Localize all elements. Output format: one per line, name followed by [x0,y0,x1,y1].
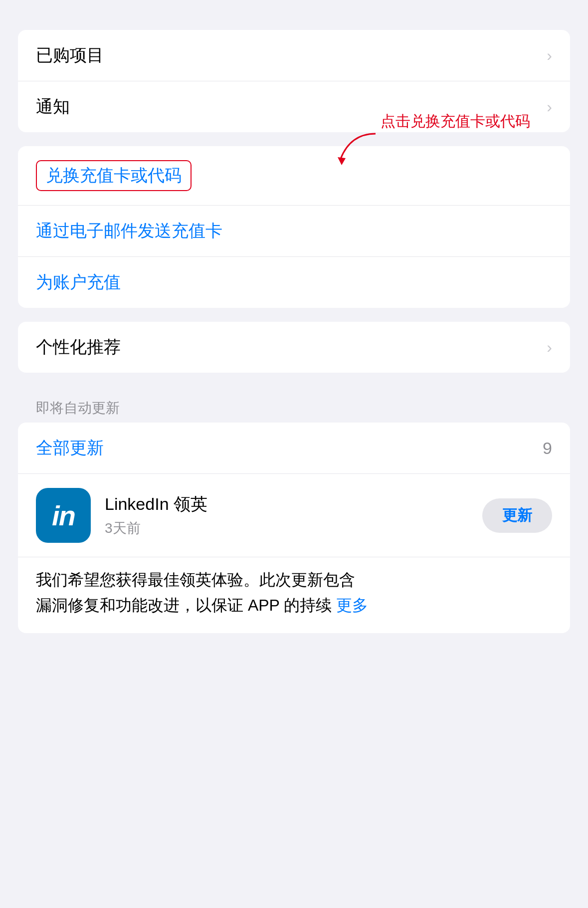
notifications-label: 通知 [36,95,70,118]
redeem-label: 兑换充值卡或代码 [46,166,182,185]
annotation-arrow-icon [331,131,386,166]
linkedin-description-truncate [332,596,336,614]
auto-update-label: 即将自动更新 [18,387,570,423]
updates-count: 9 [543,439,552,458]
linkedin-description: 我们希望您获得最佳领英体验。此次更新包含 漏洞修复和功能改进，以保证 APP 的… [18,557,570,633]
annotation-text: 点击兑换充值卡或代码 [381,113,530,129]
linkedin-update-button[interactable]: 更新 [482,498,552,533]
linkedin-description-line1: 我们希望您获得最佳领英体验。此次更新包含 [36,571,355,589]
update-all-label: 全部更新 [36,437,104,459]
personalization-chevron: › [547,338,552,357]
personalization-item[interactable]: 个性化推荐 › [18,322,570,373]
linkedin-app-time: 3天前 [105,519,468,538]
purchases-item[interactable]: 已购项目 › [18,30,570,81]
linkedin-app-name: LinkedIn 领英 [105,493,468,516]
linkedin-description-line2: 漏洞修复和功能改进，以保证 APP 的持续 [36,596,332,614]
purchases-chevron: › [547,46,552,65]
update-all-item[interactable]: 全部更新 9 [18,423,570,474]
annotation-wrapper: 点击兑换充值卡或代码 兑换充值卡或代码 通过电子邮件发送充值卡 为账户充值 [18,146,570,308]
notifications-chevron: › [547,98,552,116]
personalization-card: 个性化推荐 › [18,322,570,373]
linkedin-icon-text: in [52,499,75,532]
linkedin-more-link[interactable]: 更多 [336,596,368,614]
svg-marker-0 [338,157,346,165]
send-giftcard-item[interactable]: 通过电子邮件发送充值卡 [18,206,570,257]
redeem-highlight-box: 兑换充值卡或代码 [36,160,192,191]
annotation-bubble: 点击兑换充值卡或代码 [381,111,530,132]
topup-account-label: 为账户充值 [36,271,121,294]
linkedin-app-icon: in [36,488,91,543]
topup-account-item[interactable]: 为账户充值 [18,257,570,308]
linkedin-update-row: in LinkedIn 领英 3天前 更新 [18,474,570,557]
updates-card: 全部更新 9 in LinkedIn 领英 3天前 更新 我们希望您获得最佳领英… [18,423,570,633]
linkedin-app-info: LinkedIn 领英 3天前 [105,493,468,538]
personalization-label: 个性化推荐 [36,336,121,359]
redeem-card: 兑换充值卡或代码 通过电子邮件发送充值卡 为账户充值 [18,146,570,308]
purchases-label: 已购项目 [36,44,104,67]
send-giftcard-label: 通过电子邮件发送充值卡 [36,220,222,242]
redeem-item[interactable]: 兑换充值卡或代码 [18,146,570,206]
